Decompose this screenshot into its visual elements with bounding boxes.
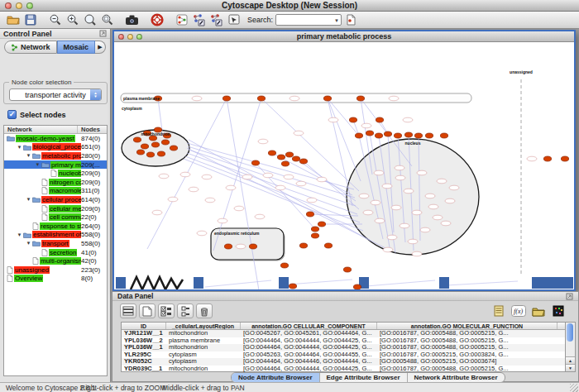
tree-row[interactable]: macromolecule311(0) bbox=[4, 187, 107, 196]
strip-node[interactable] bbox=[194, 277, 203, 289]
attribute-table-header[interactable]: ID_cellularLayoutRegionannotation.GO CEL… bbox=[122, 323, 565, 330]
tree-row[interactable]: unassigned223(0) bbox=[4, 265, 107, 275]
save-icon[interactable] bbox=[22, 12, 39, 28]
tree-row[interactable]: ▼establishment of lo558(0) bbox=[4, 231, 107, 240]
node[interactable] bbox=[384, 131, 391, 136]
column-header[interactable]: annotation.GO MOLECULAR_FUNCTION bbox=[377, 323, 557, 329]
node[interactable] bbox=[133, 137, 141, 142]
formula-fx-icon[interactable]: f(x) bbox=[510, 304, 527, 318]
node[interactable] bbox=[224, 244, 232, 249]
zoom-selected-icon[interactable] bbox=[98, 12, 116, 28]
network-canvas[interactable]: plasma membranecytoplasmmitochondrionnuc… bbox=[114, 42, 574, 289]
resize-grip-icon[interactable] bbox=[570, 384, 578, 392]
node[interactable] bbox=[268, 151, 275, 155]
node-label[interactable] bbox=[284, 174, 294, 179]
tree-row[interactable]: ▼transport558(0) bbox=[4, 239, 107, 248]
node-label[interactable] bbox=[202, 174, 212, 179]
node-label[interactable] bbox=[258, 139, 268, 144]
node[interactable] bbox=[349, 117, 356, 122]
table-row[interactable]: YPL036W__1mitochondrion[GO:0044464, GO:0… bbox=[122, 344, 565, 351]
node[interactable] bbox=[161, 140, 169, 145]
tree-row[interactable]: ▼cellular process614(0) bbox=[4, 195, 107, 204]
expander-icon[interactable]: ▼ bbox=[25, 153, 32, 158]
node[interactable] bbox=[366, 131, 373, 136]
node-label[interactable] bbox=[317, 177, 327, 182]
node-label[interactable] bbox=[412, 210, 422, 215]
node-label[interactable] bbox=[433, 215, 443, 220]
zoom-out-icon[interactable] bbox=[46, 12, 64, 28]
node[interactable] bbox=[414, 133, 422, 138]
node[interactable] bbox=[425, 133, 433, 138]
node[interactable] bbox=[353, 284, 361, 289]
node-label[interactable] bbox=[361, 123, 371, 128]
expander-icon[interactable]: ▼ bbox=[16, 232, 23, 237]
scroll-down-button[interactable]: ▼ bbox=[566, 364, 575, 371]
column-header[interactable]: _cellularLayoutRegion bbox=[166, 323, 241, 329]
node[interactable] bbox=[292, 156, 299, 161]
table-row[interactable]: YPL036W__2plasma membrane[GO:0044464, GO… bbox=[122, 337, 565, 345]
tree-row[interactable]: Overview8(0) bbox=[4, 275, 107, 284]
node[interactable] bbox=[141, 144, 148, 149]
node[interactable] bbox=[376, 117, 383, 122]
table-row[interactable]: YLR295Ccytoplasm[GO:0045263, GO:0044464,… bbox=[122, 351, 565, 359]
node[interactable] bbox=[170, 146, 177, 151]
help-ring-icon[interactable] bbox=[148, 12, 165, 28]
tree-col-nodes[interactable]: Nodes bbox=[78, 126, 100, 133]
node-label[interactable] bbox=[168, 197, 178, 202]
node-label[interactable] bbox=[294, 131, 304, 136]
node[interactable] bbox=[257, 96, 265, 101]
tab-edge-attribute-browser[interactable]: Edge Attribute Browser bbox=[320, 373, 408, 382]
node-label[interactable] bbox=[412, 251, 422, 256]
tree-row[interactable]: nitrogen compo209(0) bbox=[4, 178, 107, 187]
node[interactable] bbox=[394, 133, 401, 138]
tree-row[interactable]: response to stimulu264(0) bbox=[4, 222, 107, 231]
node-label[interactable] bbox=[290, 96, 299, 101]
node[interactable] bbox=[146, 152, 154, 157]
node-label[interactable] bbox=[404, 189, 414, 194]
tree-row[interactable]: mosaic-demo-yeast874(0) bbox=[4, 134, 107, 143]
node-label[interactable] bbox=[425, 194, 435, 198]
node[interactable] bbox=[323, 96, 331, 101]
expander-icon[interactable]: ▼ bbox=[25, 197, 32, 202]
node[interactable] bbox=[561, 156, 568, 161]
tree-row[interactable]: multi-organism pro42(0) bbox=[4, 256, 107, 265]
node[interactable] bbox=[355, 133, 362, 138]
node-label[interactable] bbox=[420, 227, 430, 232]
node-label[interactable] bbox=[363, 210, 373, 215]
tree-row[interactable]: ▼biological_process651(0) bbox=[4, 143, 107, 152]
expander-icon[interactable]: ▼ bbox=[25, 241, 32, 246]
node-label[interactable] bbox=[395, 165, 404, 170]
node-label[interactable] bbox=[408, 239, 418, 244]
node-label[interactable] bbox=[218, 218, 227, 223]
notepad-icon[interactable] bbox=[490, 304, 507, 318]
annotation-doc-icon[interactable] bbox=[342, 12, 359, 28]
tab-node-attribute-browser[interactable]: Node Attribute Browser bbox=[232, 373, 320, 382]
combo-arrows-icon[interactable]: ▲▼ bbox=[90, 89, 101, 100]
float-data-panel-icon[interactable] bbox=[566, 293, 573, 300]
node-label[interactable] bbox=[205, 198, 215, 203]
tree-col-network[interactable]: Network bbox=[4, 126, 78, 133]
edit-network-b-icon[interactable] bbox=[208, 12, 225, 28]
tree-row[interactable]: cell communicat22(0) bbox=[4, 213, 107, 222]
delete-attribute-icon[interactable] bbox=[196, 304, 213, 318]
column-header[interactable]: annotation.GO CELLULAR_COMPONENT bbox=[241, 323, 377, 329]
node[interactable] bbox=[251, 160, 259, 165]
node-label[interactable] bbox=[307, 198, 317, 203]
node[interactable] bbox=[324, 243, 332, 248]
node[interactable] bbox=[299, 159, 307, 164]
new-network-icon[interactable] bbox=[173, 12, 190, 28]
node-label[interactable] bbox=[375, 218, 385, 223]
tree-row[interactable]: cellular metabol209(0) bbox=[4, 204, 107, 213]
select-nodes-checkbox[interactable]: ✓ bbox=[7, 110, 17, 119]
tab-mosaic[interactable]: Mosaic bbox=[57, 41, 96, 54]
node-label[interactable] bbox=[383, 247, 393, 252]
node[interactable] bbox=[318, 222, 325, 227]
node[interactable] bbox=[440, 133, 447, 138]
node-label[interactable] bbox=[387, 235, 397, 240]
node[interactable] bbox=[281, 161, 289, 166]
node-label[interactable] bbox=[395, 175, 405, 180]
node-label[interactable] bbox=[197, 231, 207, 236]
scroll-up-button[interactable]: ▲ bbox=[566, 356, 575, 364]
network-graph[interactable]: plasma membranecytoplasmmitochondrionnuc… bbox=[114, 42, 574, 289]
expander-icon[interactable]: ▼ bbox=[16, 145, 23, 150]
